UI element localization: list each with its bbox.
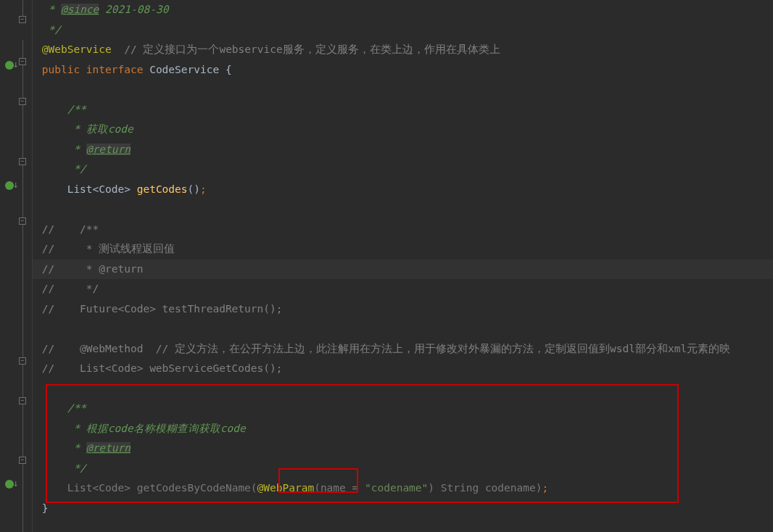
- doc-text: * 获取code: [73, 123, 133, 135]
- override-marker-icon[interactable]: ↓: [1, 178, 17, 193]
- code-line[interactable]: [33, 319, 773, 339]
- paren: (: [314, 482, 321, 494]
- doc-star: *: [48, 4, 60, 15]
- indent: [36, 402, 67, 414]
- doc-text: * 根据code名称模糊查询获取code: [73, 423, 245, 434]
- indent: [36, 4, 48, 15]
- type-name: CodeService: [149, 64, 226, 75]
- annotation: @WebParam: [257, 482, 315, 494]
- fold-icon[interactable]: −: [19, 397, 26, 404]
- indent: [36, 423, 73, 434]
- code-line[interactable]: // List<Code> webServiceGetCodes();: [33, 359, 773, 379]
- param-key: name =: [321, 482, 365, 494]
- doc-end: */: [73, 462, 86, 474]
- code-line[interactable]: * 根据code名称模糊查询获取code: [33, 419, 773, 439]
- type: Code: [99, 183, 124, 195]
- keyword: public: [36, 64, 86, 75]
- comment: // /**: [36, 223, 99, 235]
- code-line[interactable]: // */: [33, 279, 773, 299]
- angle: <: [93, 482, 99, 494]
- paren: ): [428, 482, 440, 494]
- indent: [36, 462, 73, 474]
- annotation: @WebService: [36, 43, 112, 55]
- doc-text: 2021-08-30: [99, 4, 168, 15]
- comment: // 定义接口为一个webservice服务，定义服务，在类上边，作用在具体类上: [112, 43, 500, 55]
- code-line[interactable]: [33, 199, 773, 220]
- comment: // List<Code> webServiceGetCodes();: [36, 362, 282, 374]
- semicolon: ;: [200, 183, 207, 195]
- parens: (): [188, 183, 200, 195]
- code-line[interactable]: */: [33, 159, 773, 180]
- semicolon: ;: [542, 482, 548, 494]
- doc-start: /**: [67, 104, 86, 115]
- code-line[interactable]: /**: [33, 399, 773, 419]
- angle: >: [124, 482, 136, 494]
- code-area[interactable]: * @since 2021-08-30 */ @WebService // 定义…: [33, 0, 773, 532]
- type: Code: [99, 482, 124, 494]
- indent: [36, 144, 73, 155]
- comment: // 定义方法，在公开方法上边，此注解用在方法上，用于修改对外暴漏的方法，定制返…: [149, 343, 730, 354]
- comment: // * @return: [36, 263, 143, 275]
- keyword: interface: [86, 64, 149, 75]
- doc-end: */: [48, 24, 60, 36]
- comment: // Future<Code> testThreadReturn();: [36, 303, 282, 315]
- code-line[interactable]: List<Code> getCodesByCodeName(@WebParam(…: [33, 478, 773, 499]
- code-line[interactable]: // @WebMethod // 定义方法，在公开方法上边，此注解用在方法上，用…: [33, 339, 773, 359]
- paren: (: [251, 482, 257, 494]
- indent: [36, 104, 67, 115]
- comment: // */: [36, 283, 99, 294]
- code-line[interactable]: * @since 2021-08-30: [33, 0, 773, 20]
- angle: <: [93, 183, 99, 195]
- fold-icon[interactable]: −: [19, 16, 26, 23]
- code-line[interactable]: @WebService // 定义接口为一个webservice服务，定义服务，…: [33, 40, 773, 60]
- method-name: getCodes: [137, 183, 188, 195]
- code-line[interactable]: * @return: [33, 140, 773, 160]
- code-line[interactable]: }: [33, 499, 773, 519]
- code-line[interactable]: [33, 379, 773, 399]
- indent: [36, 123, 73, 135]
- code-line[interactable]: // * @return: [33, 259, 773, 280]
- fold-icon[interactable]: −: [19, 217, 26, 225]
- code-line[interactable]: * @return: [33, 439, 773, 459]
- code-line[interactable]: [33, 80, 773, 100]
- type: List: [67, 482, 93, 494]
- fold-column: − − − − − − − −: [19, 0, 28, 532]
- indent: [36, 442, 73, 454]
- code-line[interactable]: // /**: [33, 220, 773, 240]
- indent: [36, 183, 67, 195]
- code-line[interactable]: // * 测试线程返回值: [33, 239, 773, 259]
- doc-star: *: [73, 144, 86, 155]
- code-line[interactable]: * 获取code: [33, 120, 773, 140]
- fold-icon[interactable]: −: [19, 158, 26, 165]
- fold-icon[interactable]: −: [19, 357, 26, 365]
- comment: // * 测试线程返回值: [36, 243, 175, 254]
- doc-tag: @return: [86, 144, 131, 155]
- method-name: getCodesByCodeName: [137, 482, 251, 494]
- type: String: [441, 482, 485, 494]
- code-line[interactable]: */: [33, 20, 773, 41]
- code-line[interactable]: List<Code> getCodes();: [33, 180, 773, 200]
- indent: [36, 163, 73, 175]
- indent: [36, 24, 48, 36]
- fold-icon[interactable]: −: [19, 457, 26, 464]
- comment: //: [36, 343, 80, 354]
- code-editor[interactable]: ↓ ↓ ↓ − − − − − − − − * @since 2021-08-3…: [0, 0, 773, 532]
- comment: @WebMethod: [80, 343, 149, 354]
- param: codename: [485, 482, 536, 494]
- angle: >: [124, 183, 136, 195]
- doc-tag: @return: [86, 442, 131, 454]
- code-line[interactable]: public interface CodeService {: [33, 60, 773, 80]
- doc-tag: @since: [61, 4, 99, 15]
- brace: }: [36, 502, 48, 514]
- override-marker-icon[interactable]: ↓: [1, 58, 17, 72]
- doc-star: *: [73, 442, 86, 454]
- code-line[interactable]: */: [33, 459, 773, 479]
- doc-end: */: [73, 163, 86, 175]
- fold-icon[interactable]: −: [19, 58, 26, 65]
- code-line[interactable]: // Future<Code> testThreadReturn();: [33, 299, 773, 320]
- override-marker-icon[interactable]: ↓: [1, 477, 17, 491]
- type: List: [67, 183, 93, 195]
- brace: {: [226, 64, 232, 75]
- code-line[interactable]: /**: [33, 100, 773, 120]
- fold-icon[interactable]: −: [19, 98, 26, 105]
